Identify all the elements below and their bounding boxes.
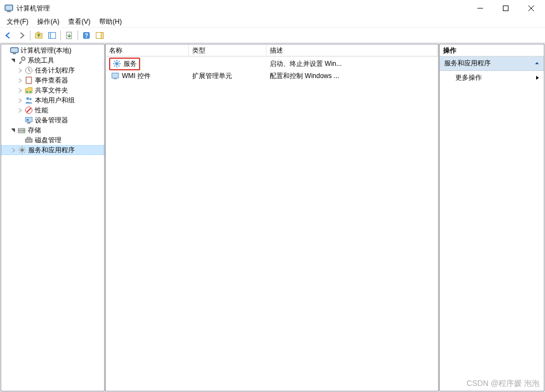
col-description[interactable]: 描述 — [266, 44, 438, 56]
list-cell-description: 启动、终止并设置 Win... — [266, 59, 438, 69]
nav-tree: 计算机管理(本地) 系统工具 任务计划程序 事件查看器 — [1, 44, 104, 156]
tools-icon — [17, 56, 26, 65]
svg-rect-1 — [6, 6, 12, 10]
tree-label: 性能 — [35, 106, 48, 115]
tree-system-tools[interactable]: 系统工具 — [1, 55, 104, 65]
actions-group-title[interactable]: 服务和应用程序 — [440, 56, 544, 71]
book-icon — [24, 76, 33, 85]
svg-rect-55 — [112, 73, 119, 78]
list-cell-type: 扩展管理单元 — [189, 71, 266, 81]
svg-line-52 — [119, 65, 120, 66]
minimize-button[interactable] — [467, 0, 493, 17]
svg-rect-56 — [114, 79, 117, 79]
maximize-button[interactable] — [493, 0, 518, 17]
svg-point-34 — [23, 131, 24, 132]
window-controls — [467, 0, 544, 17]
show-hide-action-pane-button[interactable] — [94, 29, 106, 42]
toolbar: ? — [0, 28, 545, 43]
tree-pane: 计算机管理(本地) 系统工具 任务计划程序 事件查看器 — [1, 44, 105, 391]
list-header: 名称 类型 描述 — [106, 44, 438, 56]
actions-pane: 操作 服务和应用程序 更多操作 — [439, 44, 544, 391]
svg-rect-10 — [49, 32, 51, 38]
svg-line-54 — [114, 65, 115, 66]
show-hide-tree-button[interactable] — [46, 29, 58, 42]
menu-bar: 文件(F) 操作(A) 查看(V) 帮助(H) — [0, 17, 545, 28]
svg-point-23 — [26, 91, 28, 93]
menu-file[interactable]: 文件(F) — [2, 16, 33, 28]
svg-point-19 — [22, 57, 25, 60]
svg-rect-35 — [25, 139, 32, 142]
actions-item-label: 更多操作 — [455, 73, 482, 82]
menu-view[interactable]: 查看(V) — [64, 16, 95, 28]
collapse-icon[interactable] — [534, 61, 539, 66]
device-icon — [24, 116, 33, 125]
tree-label: 磁盘管理 — [35, 136, 61, 145]
menu-help[interactable]: 帮助(H) — [95, 16, 126, 28]
tree-label: 设备管理器 — [35, 116, 68, 125]
svg-text:?: ? — [85, 33, 88, 39]
svg-point-46 — [115, 62, 119, 65]
chevron-right-icon — [536, 75, 539, 80]
export-button[interactable] — [63, 29, 75, 42]
svg-rect-15 — [101, 32, 104, 38]
svg-line-44 — [24, 147, 25, 148]
chevron-down-icon[interactable] — [2, 47, 9, 54]
tree-shared-folders[interactable]: 共享文件夹 — [1, 85, 104, 95]
tree-label: 事件查看器 — [35, 76, 68, 85]
title-bar: 计算机管理 — [0, 0, 545, 17]
svg-rect-29 — [27, 122, 30, 123]
content-area: 计算机管理(本地) 系统工具 任务计划程序 事件查看器 — [0, 43, 545, 392]
toolbar-separator — [60, 30, 61, 40]
chevron-right-icon[interactable] — [17, 97, 24, 104]
tree-disk-management[interactable]: 磁盘管理 — [1, 135, 104, 145]
folder-share-icon — [24, 86, 33, 95]
chevron-right-icon[interactable] — [17, 67, 24, 74]
list-cell-name: 服务 — [124, 59, 137, 69]
help-button[interactable]: ? — [80, 29, 92, 42]
tree-services-apps[interactable]: 服务和应用程序 — [1, 145, 104, 155]
svg-line-45 — [19, 152, 20, 153]
svg-line-43 — [24, 152, 25, 153]
tree-event-viewer[interactable]: 事件查看器 — [1, 75, 104, 85]
chevron-right-icon[interactable] — [10, 147, 17, 154]
chevron-right-icon[interactable] — [17, 77, 24, 84]
list-pane: 名称 类型 描述 服务 启动、终止并设置 Win... WM — [105, 44, 439, 391]
chevron-right-icon[interactable] — [17, 87, 24, 94]
forward-button[interactable] — [16, 29, 28, 42]
col-type[interactable]: 类型 — [189, 44, 266, 56]
svg-point-26 — [29, 98, 32, 100]
svg-line-51 — [114, 61, 115, 62]
col-name[interactable]: 名称 — [106, 44, 189, 56]
chevron-right-icon[interactable] — [17, 107, 24, 114]
tree-performance[interactable]: 性能 — [1, 105, 104, 115]
wmi-icon — [111, 71, 120, 80]
tree-root[interactable]: 计算机管理(本地) — [1, 45, 104, 55]
window-title: 计算机管理 — [17, 4, 467, 13]
actions-more[interactable]: 更多操作 — [440, 71, 544, 85]
services-icon — [18, 146, 27, 154]
tree-label: 计算机管理(本地) — [20, 46, 71, 55]
tree-device-manager[interactable]: 设备管理器 — [1, 115, 104, 125]
list-cell-name: WMI 控件 — [122, 71, 151, 81]
svg-rect-17 — [11, 48, 18, 52]
clock-icon — [24, 66, 33, 75]
menu-action[interactable]: 操作(A) — [33, 16, 64, 28]
svg-rect-36 — [27, 137, 30, 139]
back-button[interactable] — [2, 29, 14, 42]
disk-icon — [24, 136, 33, 145]
chevron-down-icon[interactable] — [9, 127, 17, 134]
svg-rect-3 — [7, 12, 11, 12]
list-row-wmi[interactable]: WMI 控件 扩展管理单元 配置和控制 Windows ... — [106, 70, 438, 82]
up-button[interactable] — [33, 29, 45, 42]
chevron-down-icon[interactable] — [9, 57, 17, 64]
list-row-services[interactable]: 服务 启动、终止并设置 Win... — [106, 58, 438, 70]
close-button[interactable] — [518, 0, 544, 17]
tree-label: 服务和应用程序 — [28, 146, 75, 155]
tree-task-scheduler[interactable]: 任务计划程序 — [1, 65, 104, 75]
svg-point-33 — [23, 129, 24, 130]
tree-label: 系统工具 — [28, 56, 54, 65]
tree-local-users-groups[interactable]: 本地用户和组 — [1, 95, 104, 105]
svg-rect-30 — [27, 119, 29, 121]
svg-point-37 — [20, 148, 24, 152]
tree-storage[interactable]: 存储 — [1, 125, 104, 135]
